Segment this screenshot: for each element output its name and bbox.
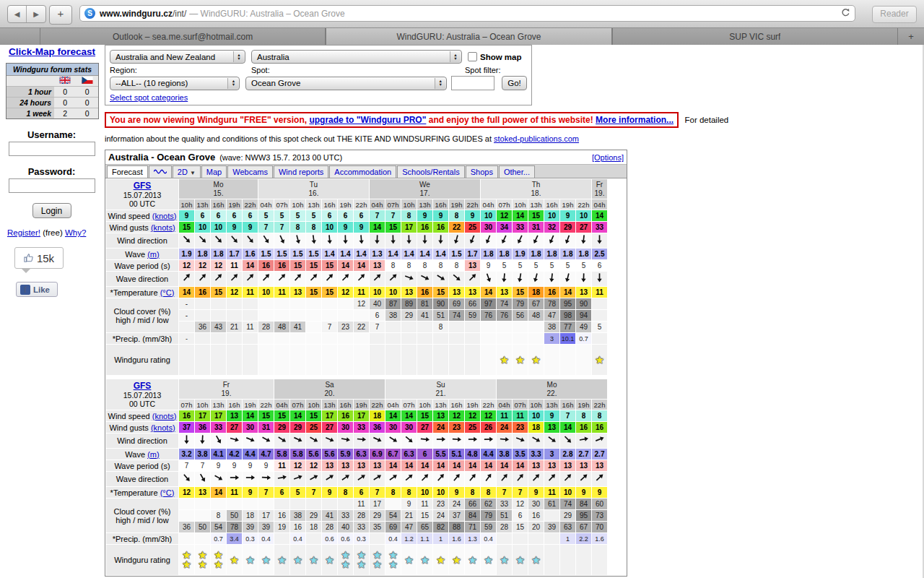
spot-select[interactable]: Ocean Grove▲▼	[245, 77, 447, 90]
upgrade-pro-link[interactable]: upgrade to "Windguru PRO"	[309, 115, 426, 125]
url-bar[interactable]: S www.windguru.cz /int/ — WindGURU: Aust…	[79, 5, 855, 22]
temperature-cell: 8	[385, 487, 401, 498]
temperature-cell: 8	[338, 487, 353, 498]
wave-height-cell: 5.6	[322, 449, 337, 460]
register-link[interactable]: Register!	[7, 228, 40, 237]
tab-map[interactable]: Map	[201, 165, 227, 178]
wind-speed-cell: 15	[417, 410, 432, 421]
tab-windguru[interactable]: WindGURU: Australia – Ocean Grove	[326, 28, 611, 45]
wind-gusts-cell: 9	[354, 222, 369, 233]
tab-wave-graph[interactable]	[149, 165, 172, 178]
region-select[interactable]: --ALL-- (10 regions)▲▼	[110, 77, 240, 90]
cloud-cell: 40	[370, 298, 385, 309]
row-label-link[interactable]: (°C)	[160, 488, 175, 497]
cloud-cell: 37	[449, 510, 464, 521]
tab-schools-rentals[interactable]: Schools/Rentals	[397, 165, 465, 178]
tab-accommodation[interactable]: Accommodation	[329, 165, 396, 178]
new-tab-button[interactable]: +	[898, 28, 924, 45]
tab-2d[interactable]: 2D ▼	[173, 165, 201, 178]
wind-direction-arrow-icon	[354, 434, 369, 448]
clickmap-forecast-link[interactable]: Click-Map forecast	[9, 46, 95, 57]
wind-direction-arrow-icon	[354, 233, 369, 248]
show-map-checkbox[interactable]	[468, 52, 477, 61]
row-label-link[interactable]: (knots)	[152, 412, 177, 420]
precip-cell	[290, 333, 305, 344]
country-select[interactable]: Australia▲▼	[251, 50, 462, 64]
username-field[interactable]	[9, 142, 95, 156]
options-link[interactable]: [Options]	[592, 153, 624, 162]
hour-cell: 19h	[560, 199, 575, 210]
wave-height-cell: 3.8	[195, 449, 210, 460]
facebook-like-button[interactable]: f Like	[16, 282, 58, 297]
wind-gusts-cell: 33	[592, 222, 607, 233]
wave-period-cell: 9	[211, 460, 226, 471]
wave-period-cell: 13	[544, 460, 559, 471]
wave-period-cell: 12	[179, 260, 194, 271]
wave-direction-arrow-icon	[544, 272, 559, 286]
select-spot-categories-link[interactable]: Select spot categories	[110, 93, 188, 102]
hour-cell: 16h	[560, 400, 575, 410]
row-label-link[interactable]: (m)	[147, 250, 160, 259]
more-information-link[interactable]: More information...	[596, 115, 674, 125]
temperature-row: *Temperature (°C)14161512111011131515121…	[106, 287, 607, 298]
wave-period-cell: 14	[417, 460, 432, 471]
tab-forecast[interactable]: Forecast	[107, 165, 148, 178]
password-field[interactable]	[9, 178, 95, 193]
row-label-link[interactable]: (knots)	[151, 423, 175, 432]
row-label-link[interactable]: (m)	[147, 450, 160, 459]
wave-direction-arrow-icon	[322, 472, 337, 486]
wave-period-cell: 14	[401, 460, 417, 471]
tab-wind-reports[interactable]: Wind reports	[274, 165, 328, 178]
reader-button[interactable]: Reader	[872, 6, 917, 23]
precip-cell: 1	[560, 533, 575, 544]
temperature-cell: 15	[306, 287, 321, 298]
cloud-cell: 6	[370, 310, 385, 321]
wind-gusts-cell: 29	[290, 422, 305, 433]
stoked-publications-link[interactable]: stoked-publications.com	[494, 134, 579, 143]
row-label-link[interactable]: (°C)	[160, 288, 175, 297]
wind-direction-arrow-icon	[322, 434, 337, 448]
row-label-link[interactable]: (knots)	[152, 212, 177, 220]
model-link[interactable]: GFS	[134, 181, 152, 191]
rating-star: ★	[592, 355, 607, 365]
rating-star: ★	[481, 556, 496, 565]
precip-cell	[465, 333, 480, 344]
go-button[interactable]: Go!	[502, 76, 527, 90]
tab-other[interactable]: Other...	[499, 165, 535, 178]
why-link[interactable]: Why?	[65, 228, 86, 237]
cloud-cell: 17	[370, 499, 385, 509]
back-button[interactable]: ◀	[8, 6, 27, 22]
tab-supvic[interactable]: SUP VIC surf	[612, 28, 898, 45]
wave-period-cell: 14	[497, 460, 512, 471]
row-label: Wind speed (knots)	[106, 210, 178, 221]
new-window-button[interactable]: +	[49, 5, 72, 25]
model-link[interactable]: GFS	[134, 381, 152, 391]
rating-cell	[560, 345, 575, 375]
cloud-cell: 28	[354, 510, 369, 521]
wind-gusts-cell: 18	[528, 422, 544, 433]
wind-gusts-cell: 30	[338, 422, 353, 433]
row-label-link[interactable]: (knots)	[151, 223, 175, 232]
wind-direction-arrow-icon	[195, 233, 210, 248]
wind-speed-cell: 11	[513, 410, 528, 421]
tab-outlook[interactable]: Outlook – sea.me.surf@hotmail.com	[40, 28, 326, 45]
spot-filter-input[interactable]	[451, 76, 494, 90]
rating-cell: ★	[513, 345, 528, 375]
day-cell: Tu16.	[258, 179, 369, 199]
cloud-cell: 97	[481, 298, 496, 309]
forward-button[interactable]: ▶	[27, 6, 45, 22]
login-button[interactable]: Login	[32, 203, 71, 218]
cloud-cell: 15	[513, 522, 528, 532]
tab-shops[interactable]: Shops	[466, 165, 498, 178]
reload-icon[interactable]	[841, 7, 850, 20]
cloud-cell	[528, 322, 544, 332]
wind-gusts-cell: 31	[258, 422, 274, 433]
wind-gusts-cell: 22	[449, 222, 464, 233]
cloud-cell	[179, 499, 194, 509]
day-cell: We17.	[370, 179, 480, 199]
country-group-select[interactable]: Australia and New Zealand▲▼	[110, 50, 245, 64]
tab-webcams[interactable]: Webcams	[227, 165, 273, 178]
wind-speed-cell: 7	[370, 210, 385, 221]
rating-cell: ★	[449, 545, 464, 575]
url-page-title: — WindGURU: Australia – Ocean Grove	[189, 9, 344, 19]
